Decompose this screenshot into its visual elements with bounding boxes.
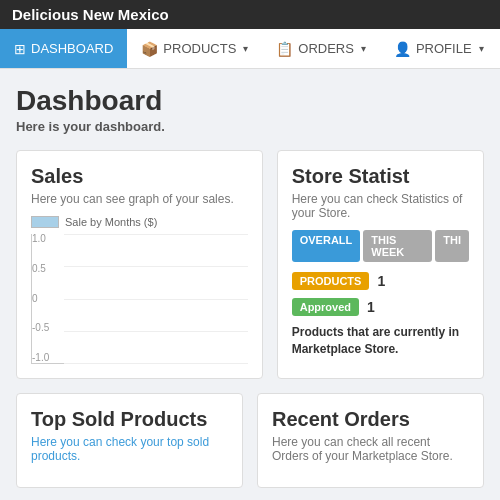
- page-content: Dashboard Here is your dashboard. Sales …: [0, 69, 500, 488]
- legend-label: Sale by Months ($): [65, 216, 157, 228]
- nav-label-profile: PROFILE: [416, 41, 472, 56]
- navbar: ⊞ DASHBOARD 📦 PRODUCTS ▾ 📋 ORDERS ▾ 👤 PR…: [0, 29, 500, 69]
- top-sold-title: Top Sold Products: [31, 408, 228, 431]
- y-label-1: 1.0: [32, 234, 49, 244]
- nav-item-orders[interactable]: 📋 ORDERS ▾: [262, 29, 380, 68]
- chevron-down-icon: ▾: [243, 43, 248, 54]
- top-sold-subtitle: Here you can check your top sold product…: [31, 435, 228, 463]
- approved-stat-row: Approved 1: [292, 298, 469, 316]
- grid-line-2: [64, 266, 248, 267]
- recent-orders-card: Recent Orders Here you can check all rec…: [257, 393, 484, 488]
- grid-line-4: [64, 331, 248, 332]
- nav-item-products[interactable]: 📦 PRODUCTS ▾: [127, 29, 262, 68]
- grid-line-3: [64, 299, 248, 300]
- products-badge: PRODUCTS: [292, 272, 370, 290]
- recent-orders-title: Recent Orders: [272, 408, 469, 431]
- nav-item-profile[interactable]: 👤 PROFILE ▾: [380, 29, 498, 68]
- store-card-subtitle: Here you can check Statistics of your St…: [292, 192, 469, 220]
- tab-thi[interactable]: THI: [435, 230, 469, 262]
- y-label-5: -1.0: [32, 353, 49, 363]
- y-label-4: -0.5: [32, 323, 49, 333]
- orders-icon: 📋: [276, 41, 293, 57]
- bottom-cards-row: Top Sold Products Here you can check you…: [16, 393, 484, 488]
- nav-label-products: PRODUCTS: [163, 41, 236, 56]
- store-stats-card: Store Statist Here you can check Statist…: [277, 150, 484, 379]
- products-count: 1: [377, 273, 385, 289]
- store-stat-description: Products that are currently in Marketpla…: [292, 324, 469, 358]
- tab-overall[interactable]: OVERALL: [292, 230, 361, 262]
- tab-this-week[interactable]: THIS WEEK: [363, 230, 432, 262]
- y-axis-labels: 1.0 0.5 0 -0.5 -1.0: [32, 234, 49, 363]
- sales-card-subtitle: Here you can see graph of your sales.: [31, 192, 248, 206]
- store-card-title: Store Statist: [292, 165, 469, 188]
- chevron-down-icon-profile: ▾: [479, 43, 484, 54]
- app-title: Delicious New Mexico: [12, 6, 169, 23]
- sales-card: Sales Here you can see graph of your sal…: [16, 150, 263, 379]
- approved-badge: Approved: [292, 298, 359, 316]
- y-label-3: 0: [32, 294, 49, 304]
- top-sold-products-card: Top Sold Products Here you can check you…: [16, 393, 243, 488]
- nav-label-dashboard: DASHBOARD: [31, 41, 113, 56]
- sales-card-title: Sales: [31, 165, 248, 188]
- chart-grid: [64, 234, 248, 363]
- products-stat-row: PRODUCTS 1: [292, 272, 469, 290]
- nav-item-dashboard[interactable]: ⊞ DASHBOARD: [0, 29, 127, 68]
- legend-box-icon: [31, 216, 59, 228]
- chart-legend: Sale by Months ($): [31, 216, 248, 228]
- sales-chart: 1.0 0.5 0 -0.5 -1.0: [31, 234, 248, 364]
- stat-tabs: OVERALL THIS WEEK THI: [292, 230, 469, 262]
- products-icon: 📦: [141, 41, 158, 57]
- grid-line-1: [64, 234, 248, 235]
- page-subtitle: Here is your dashboard.: [16, 119, 484, 134]
- chevron-down-icon-orders: ▾: [361, 43, 366, 54]
- page-title: Dashboard: [16, 85, 484, 117]
- profile-icon: 👤: [394, 41, 411, 57]
- recent-orders-subtitle: Here you can check all recent Orders of …: [272, 435, 469, 463]
- top-cards-row: Sales Here you can see graph of your sal…: [16, 150, 484, 379]
- topbar: Delicious New Mexico: [0, 0, 500, 29]
- grid-line-5: [64, 363, 248, 364]
- nav-label-orders: ORDERS: [298, 41, 354, 56]
- y-label-2: 0.5: [32, 264, 49, 274]
- approved-count: 1: [367, 299, 375, 315]
- dashboard-icon: ⊞: [14, 41, 26, 57]
